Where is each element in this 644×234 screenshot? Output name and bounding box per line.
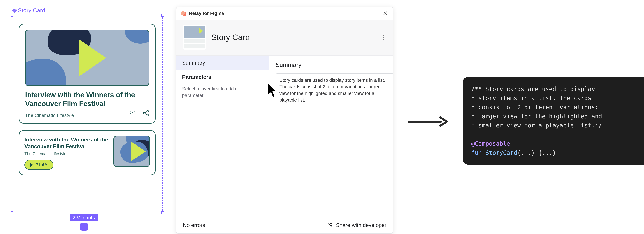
- component-icon: [12, 8, 18, 13]
- code-line: * consist of 2 different variations:: [471, 104, 598, 111]
- story-card-large[interactable]: Interview with the Winners of the Vancou…: [19, 24, 156, 124]
- tab-summary[interactable]: Summary: [176, 56, 269, 70]
- relay-footer: No errors Share with developer: [176, 217, 393, 233]
- code-keyword: fun: [471, 149, 482, 156]
- share-with-developer-button[interactable]: Share with developer: [327, 222, 386, 229]
- relay-component-header: Story Card ⋮: [176, 20, 393, 56]
- story-card-small[interactable]: Interview with the Winners of the Vancou…: [19, 130, 156, 175]
- parameters-hint: Select a layer first to add a parameter: [176, 84, 248, 98]
- relay-sidebar: Summary Parameters Select a layer first …: [176, 56, 269, 217]
- story-card-subtitle: The Cinematic Lifestyle: [25, 113, 74, 118]
- svg-point-3: [331, 222, 332, 224]
- add-variant-button[interactable]: ＋: [80, 223, 88, 231]
- selection-handle-bl[interactable]: [10, 211, 13, 214]
- svg-point-0: [147, 110, 148, 112]
- selection-handle-tl[interactable]: [10, 14, 13, 16]
- selection-handle-tr[interactable]: [161, 14, 164, 16]
- flow-arrow-icon: [408, 116, 448, 128]
- relay-main-content: Summary: [269, 56, 393, 217]
- relay-panel: Relay for Figma ✕ Story Card ⋮ Summary P…: [176, 7, 393, 234]
- code-function-name: StoryCard: [485, 149, 517, 156]
- figma-selection-frame[interactable]: Interview with the Winners of the Vancou…: [12, 15, 163, 213]
- tab-parameters[interactable]: Parameters: [176, 70, 269, 84]
- share-icon: [327, 222, 333, 229]
- code-line: * smaller view for a playable list.*/: [471, 122, 602, 129]
- relay-app-title: Relay for Figma: [189, 11, 224, 16]
- story-card-thumbnail: [25, 30, 149, 86]
- footer-status: No errors: [183, 222, 205, 228]
- play-icon: [79, 40, 106, 76]
- code-rest: (...) {...}: [517, 149, 556, 156]
- summary-textarea[interactable]: [276, 74, 393, 122]
- story-card-title: Interview with the Winners of the Vancou…: [25, 90, 149, 108]
- heart-icon[interactable]: ♡: [130, 110, 136, 118]
- play-icon: [30, 163, 33, 167]
- generated-code-preview: /** Story cards are used to display * st…: [463, 77, 644, 164]
- share-icon[interactable]: [142, 110, 149, 118]
- selection-handle-br[interactable]: [161, 211, 164, 214]
- code-line: * larger view for the highlighted and: [471, 113, 602, 120]
- figma-component-label[interactable]: Story Card: [12, 7, 45, 14]
- play-button-label: PLAY: [36, 162, 48, 168]
- svg-point-4: [328, 224, 330, 225]
- svg-point-1: [144, 112, 145, 114]
- story-card-thumbnail: [113, 136, 150, 167]
- relay-component-name: Story Card: [211, 33, 250, 42]
- summary-heading: Summary: [276, 61, 386, 68]
- svg-point-5: [331, 226, 332, 227]
- story-card-subtitle: The Cinematic Lifestyle: [24, 151, 108, 156]
- close-icon[interactable]: ✕: [383, 10, 388, 16]
- figma-component-name: Story Card: [18, 7, 45, 14]
- component-thumbnail: [183, 25, 206, 50]
- code-line: * story items in a list. The cards: [471, 95, 591, 102]
- share-label: Share with developer: [336, 222, 386, 228]
- code-annotation: @Composable: [471, 140, 510, 147]
- play-button[interactable]: PLAY: [24, 160, 54, 170]
- code-line: /** Story cards are used to display: [471, 86, 595, 92]
- relay-titlebar: Relay for Figma ✕: [176, 7, 393, 20]
- play-icon: [131, 141, 146, 162]
- story-card-title: Interview with the Winners of the Vancou…: [24, 136, 108, 150]
- relay-logo-icon: [182, 11, 186, 16]
- svg-point-2: [147, 114, 148, 116]
- variants-count-badge[interactable]: 2 Variants: [70, 214, 98, 222]
- more-menu-icon[interactable]: ⋮: [380, 34, 386, 40]
